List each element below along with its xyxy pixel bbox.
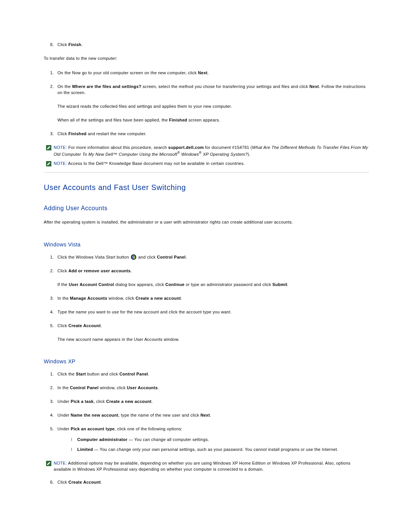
list-item: Type the name you want to use for the ne… [55,309,369,315]
note-pencil-icon [46,161,51,166]
note-pencil-icon [46,145,51,150]
list-item: Click Add or remove user accounts. If th… [55,268,369,288]
paragraph: After the operating system is installed,… [44,219,369,225]
list-item: Click the Windows Vista Start button and… [55,254,369,260]
list-item: Click Finish. [55,42,369,48]
note-text: NOTE: Access to the Dell™ Knowledge Base… [54,161,369,167]
list-item: Click the Start button and click Control… [55,371,369,377]
minor-heading: Windows Vista [44,241,369,248]
section-heading: User Accounts and Fast User Switching [44,183,369,192]
subsection-heading: Adding User Accounts [44,205,369,212]
note-block: NOTE: For more information about this pr… [44,145,369,158]
note-text: NOTE: Additional options may be availabl… [54,460,369,473]
list-item: Computer administrator — You can change … [75,437,369,443]
list-item: Click Finished and restart the new compu… [55,131,369,137]
list-item: On the Now go to your old computer scree… [55,70,369,76]
minor-heading: Windows XP [44,358,369,364]
note-block: NOTE: Additional options may be availabl… [44,460,369,473]
list-item: On the Where are the files and settings?… [55,84,369,123]
list-item: Limited — You can change only your own p… [75,447,369,453]
list-item: Under Pick a task, click Create a new ac… [55,399,369,405]
list-item: Click Create Account. [55,479,369,486]
list-item: Under Name the new account, type the nam… [55,412,369,419]
list-item: In the Manage Accounts window, click Cre… [55,296,369,302]
ordered-list-vista: Click the Windows Vista Start button and… [44,254,369,343]
note-text: NOTE: For more information about this pr… [54,145,369,158]
sub-paragraph: The wizard reads the collected files and… [57,104,369,110]
sub-paragraph: When all of the settings and files have … [57,117,369,123]
paragraph: To transfer data to the new computer: [44,56,369,62]
sub-paragraph: If the User Account Control dialog box a… [57,282,369,288]
ordered-list-xp: Click the Start button and click Control… [44,371,369,453]
bullet-list: Computer administrator — You can change … [57,437,369,453]
list-item: Under Pick an account type, click one of… [55,426,369,453]
windows-vista-start-icon [131,254,136,260]
list-item: In the Control Panel window, click User … [55,385,369,391]
document-page: Click Finish. To transfer data to the ne… [0,0,411,532]
ordered-list-intro: Click Finish. [44,42,369,48]
ordered-list-transfer: On the Now go to your old computer scree… [44,70,369,137]
note-pencil-icon [46,461,51,466]
list-item: Click Create Account. The new account na… [55,323,369,343]
section-divider [44,172,369,173]
sub-paragraph: The new account name appears in the User… [57,337,369,343]
note-block: NOTE: Access to the Dell™ Knowledge Base… [44,161,369,167]
ordered-list-xp-cont: Click Create Account. [44,479,369,486]
